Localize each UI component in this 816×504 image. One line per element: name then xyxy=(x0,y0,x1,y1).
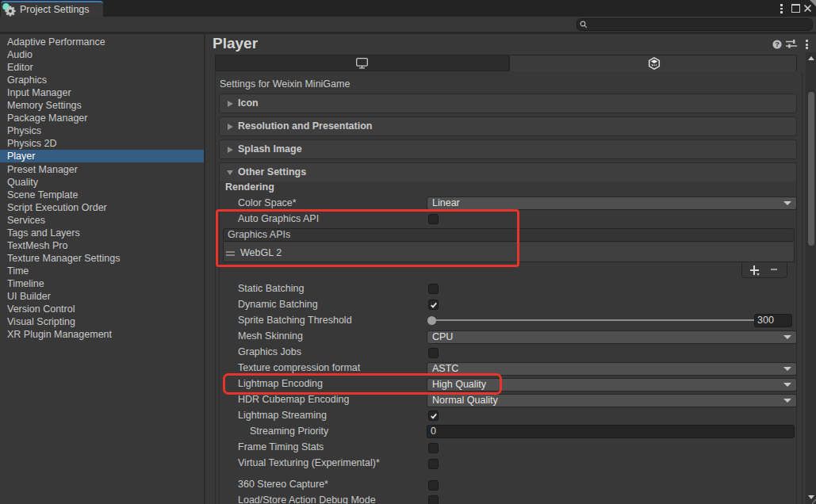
svg-text:?: ? xyxy=(775,40,780,48)
